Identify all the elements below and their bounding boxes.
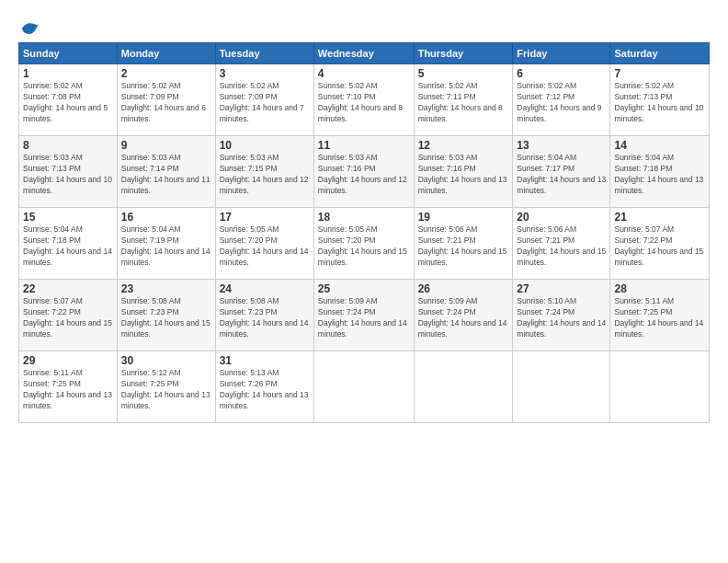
calendar-cell: 6Sunrise: 5:02 AMSunset: 7:12 PMDaylight… bbox=[513, 64, 610, 136]
day-info: Sunrise: 5:02 AMSunset: 7:09 PMDaylight:… bbox=[220, 81, 310, 125]
calendar-cell: 16Sunrise: 5:04 AMSunset: 7:19 PMDayligh… bbox=[117, 208, 215, 280]
calendar-cell: 1Sunrise: 5:02 AMSunset: 7:08 PMDaylight… bbox=[19, 64, 118, 136]
day-number: 19 bbox=[418, 211, 509, 224]
day-number: 1 bbox=[23, 67, 113, 80]
logo bbox=[18, 18, 40, 39]
day-number: 7 bbox=[614, 67, 705, 80]
calendar-cell: 13Sunrise: 5:04 AMSunset: 7:17 PMDayligh… bbox=[513, 136, 610, 208]
calendar-cell: 19Sunrise: 5:06 AMSunset: 7:21 PMDayligh… bbox=[414, 208, 513, 280]
calendar-cell: 25Sunrise: 5:09 AMSunset: 7:24 PMDayligh… bbox=[313, 280, 414, 351]
day-info: Sunrise: 5:05 AMSunset: 7:20 PMDaylight:… bbox=[220, 224, 310, 269]
day-number: 26 bbox=[418, 282, 509, 295]
day-number: 31 bbox=[220, 354, 310, 367]
calendar-cell: 15Sunrise: 5:04 AMSunset: 7:18 PMDayligh… bbox=[19, 208, 118, 280]
week-row-2: 15Sunrise: 5:04 AMSunset: 7:18 PMDayligh… bbox=[19, 208, 710, 280]
day-number: 20 bbox=[517, 211, 606, 224]
calendar-cell: 17Sunrise: 5:05 AMSunset: 7:20 PMDayligh… bbox=[215, 208, 313, 280]
calendar-cell: 20Sunrise: 5:06 AMSunset: 7:21 PMDayligh… bbox=[513, 208, 610, 280]
day-number: 8 bbox=[23, 139, 113, 152]
week-row-1: 8Sunrise: 5:03 AMSunset: 7:13 PMDaylight… bbox=[19, 136, 710, 208]
day-number: 13 bbox=[517, 139, 606, 152]
day-info: Sunrise: 5:06 AMSunset: 7:21 PMDaylight:… bbox=[517, 224, 606, 269]
day-number: 3 bbox=[220, 67, 310, 80]
calendar-cell: 27Sunrise: 5:10 AMSunset: 7:24 PMDayligh… bbox=[513, 280, 610, 351]
day-number: 24 bbox=[220, 282, 310, 295]
day-info: Sunrise: 5:11 AMSunset: 7:25 PMDaylight:… bbox=[23, 368, 113, 412]
logo-icon bbox=[20, 18, 40, 39]
day-info: Sunrise: 5:07 AMSunset: 7:22 PMDaylight:… bbox=[23, 296, 113, 340]
calendar-table: Sunday Monday Tuesday Wednesday Thursday… bbox=[18, 42, 710, 423]
week-row-3: 22Sunrise: 5:07 AMSunset: 7:22 PMDayligh… bbox=[19, 280, 710, 351]
day-number: 22 bbox=[23, 282, 113, 295]
day-info: Sunrise: 5:03 AMSunset: 7:14 PMDaylight:… bbox=[121, 153, 211, 197]
day-info: Sunrise: 5:04 AMSunset: 7:18 PMDaylight:… bbox=[614, 153, 705, 197]
col-wednesday: Wednesday bbox=[313, 43, 414, 64]
calendar-cell: 23Sunrise: 5:08 AMSunset: 7:23 PMDayligh… bbox=[117, 280, 215, 351]
day-number: 14 bbox=[614, 139, 705, 152]
calendar-cell bbox=[513, 351, 610, 423]
col-sunday: Sunday bbox=[19, 43, 118, 64]
calendar-cell: 14Sunrise: 5:04 AMSunset: 7:18 PMDayligh… bbox=[610, 136, 710, 208]
calendar-cell: 7Sunrise: 5:02 AMSunset: 7:13 PMDaylight… bbox=[610, 64, 710, 136]
day-number: 25 bbox=[318, 282, 410, 295]
day-number: 15 bbox=[23, 211, 113, 224]
calendar-cell: 29Sunrise: 5:11 AMSunset: 7:25 PMDayligh… bbox=[19, 351, 118, 423]
calendar-cell bbox=[610, 351, 710, 423]
day-info: Sunrise: 5:02 AMSunset: 7:09 PMDaylight:… bbox=[121, 81, 211, 125]
day-info: Sunrise: 5:08 AMSunset: 7:23 PMDaylight:… bbox=[220, 296, 310, 340]
day-info: Sunrise: 5:04 AMSunset: 7:19 PMDaylight:… bbox=[121, 224, 211, 269]
day-number: 28 bbox=[614, 282, 705, 295]
day-number: 29 bbox=[23, 354, 113, 367]
day-info: Sunrise: 5:03 AMSunset: 7:13 PMDaylight:… bbox=[23, 153, 113, 197]
week-row-4: 29Sunrise: 5:11 AMSunset: 7:25 PMDayligh… bbox=[19, 351, 710, 423]
day-info: Sunrise: 5:09 AMSunset: 7:24 PMDaylight:… bbox=[318, 296, 410, 340]
day-info: Sunrise: 5:02 AMSunset: 7:08 PMDaylight:… bbox=[23, 81, 113, 125]
day-info: Sunrise: 5:07 AMSunset: 7:22 PMDaylight:… bbox=[614, 224, 705, 269]
calendar-cell: 18Sunrise: 5:05 AMSunset: 7:20 PMDayligh… bbox=[313, 208, 414, 280]
day-number: 16 bbox=[121, 211, 211, 224]
day-info: Sunrise: 5:06 AMSunset: 7:21 PMDaylight:… bbox=[418, 224, 509, 269]
day-info: Sunrise: 5:02 AMSunset: 7:12 PMDaylight:… bbox=[517, 81, 606, 125]
calendar-cell: 9Sunrise: 5:03 AMSunset: 7:14 PMDaylight… bbox=[117, 136, 215, 208]
day-number: 17 bbox=[220, 211, 310, 224]
header bbox=[18, 15, 710, 39]
day-number: 27 bbox=[517, 282, 606, 295]
col-monday: Monday bbox=[117, 43, 215, 64]
calendar-cell: 26Sunrise: 5:09 AMSunset: 7:24 PMDayligh… bbox=[414, 280, 513, 351]
calendar-cell bbox=[414, 351, 513, 423]
day-number: 5 bbox=[418, 67, 509, 80]
calendar-cell: 12Sunrise: 5:03 AMSunset: 7:16 PMDayligh… bbox=[414, 136, 513, 208]
calendar-cell: 24Sunrise: 5:08 AMSunset: 7:23 PMDayligh… bbox=[215, 280, 313, 351]
day-info: Sunrise: 5:11 AMSunset: 7:25 PMDaylight:… bbox=[614, 296, 705, 340]
calendar-cell: 30Sunrise: 5:12 AMSunset: 7:25 PMDayligh… bbox=[117, 351, 215, 423]
calendar-cell bbox=[313, 351, 414, 423]
calendar-cell: 3Sunrise: 5:02 AMSunset: 7:09 PMDaylight… bbox=[215, 64, 313, 136]
day-info: Sunrise: 5:12 AMSunset: 7:25 PMDaylight:… bbox=[121, 368, 211, 412]
col-tuesday: Tuesday bbox=[215, 43, 313, 64]
day-info: Sunrise: 5:02 AMSunset: 7:13 PMDaylight:… bbox=[614, 81, 705, 125]
day-number: 10 bbox=[220, 139, 310, 152]
calendar-cell: 10Sunrise: 5:03 AMSunset: 7:15 PMDayligh… bbox=[215, 136, 313, 208]
day-number: 9 bbox=[121, 139, 211, 152]
col-friday: Friday bbox=[513, 43, 610, 64]
calendar-cell: 28Sunrise: 5:11 AMSunset: 7:25 PMDayligh… bbox=[610, 280, 710, 351]
day-info: Sunrise: 5:03 AMSunset: 7:15 PMDaylight:… bbox=[220, 153, 310, 197]
col-thursday: Thursday bbox=[414, 43, 513, 64]
day-info: Sunrise: 5:05 AMSunset: 7:20 PMDaylight:… bbox=[318, 224, 410, 269]
calendar-cell: 21Sunrise: 5:07 AMSunset: 7:22 PMDayligh… bbox=[610, 208, 710, 280]
day-info: Sunrise: 5:09 AMSunset: 7:24 PMDaylight:… bbox=[418, 296, 509, 340]
day-info: Sunrise: 5:03 AMSunset: 7:16 PMDaylight:… bbox=[418, 153, 509, 197]
day-number: 6 bbox=[517, 67, 606, 80]
calendar-cell: 2Sunrise: 5:02 AMSunset: 7:09 PMDaylight… bbox=[117, 64, 215, 136]
day-number: 11 bbox=[318, 139, 410, 152]
calendar-cell: 22Sunrise: 5:07 AMSunset: 7:22 PMDayligh… bbox=[19, 280, 118, 351]
day-info: Sunrise: 5:10 AMSunset: 7:24 PMDaylight:… bbox=[517, 296, 606, 340]
calendar-cell: 31Sunrise: 5:13 AMSunset: 7:26 PMDayligh… bbox=[215, 351, 313, 423]
day-info: Sunrise: 5:08 AMSunset: 7:23 PMDaylight:… bbox=[121, 296, 211, 340]
day-number: 18 bbox=[318, 211, 410, 224]
day-number: 21 bbox=[614, 211, 705, 224]
day-info: Sunrise: 5:02 AMSunset: 7:10 PMDaylight:… bbox=[318, 81, 410, 125]
day-number: 30 bbox=[121, 354, 211, 367]
calendar-cell: 8Sunrise: 5:03 AMSunset: 7:13 PMDaylight… bbox=[19, 136, 118, 208]
calendar-cell: 11Sunrise: 5:03 AMSunset: 7:16 PMDayligh… bbox=[313, 136, 414, 208]
